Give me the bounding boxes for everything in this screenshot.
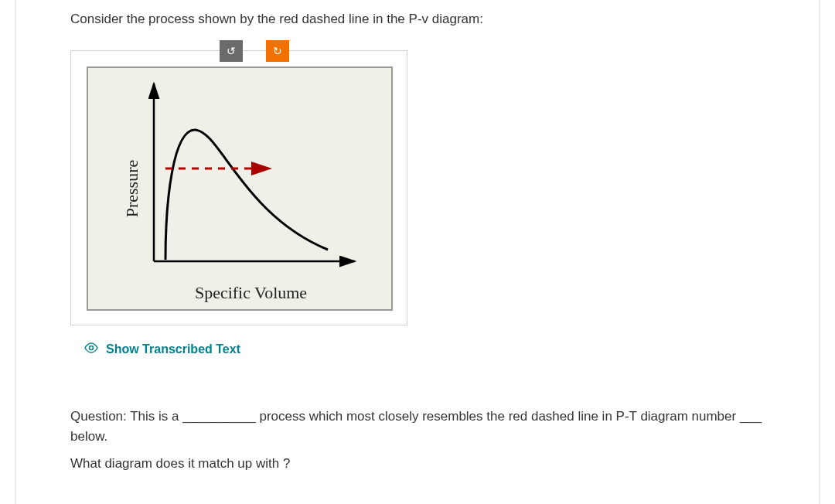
- content-wrapper: Consider the process shown by the red da…: [15, 0, 820, 504]
- rotate-cw-icon: ↻: [273, 45, 282, 57]
- svg-point-0: [90, 346, 94, 350]
- chart-inner: Pressure: [88, 68, 391, 309]
- rotate-buttons: ↺ ↻: [220, 40, 289, 62]
- pv-diagram-image: Pressure: [87, 66, 393, 311]
- question-line-1: Question: This is a __________ process w…: [70, 407, 765, 446]
- question-line-2: What diagram does it match up with ?: [70, 454, 765, 474]
- question-block: Question: This is a __________ process w…: [70, 407, 765, 474]
- rotate-ccw-icon: ↺: [227, 45, 236, 57]
- diagram-container: ↺ ↻ Pressure: [70, 50, 407, 325]
- show-transcribed-button[interactable]: Show Transcribed Text: [84, 342, 765, 356]
- chart-svg: [135, 76, 366, 277]
- intro-text: Consider the process shown by the red da…: [70, 12, 765, 27]
- eye-icon: [84, 342, 98, 356]
- saturation-dome-curve: [165, 130, 328, 260]
- x-axis-label: Specific Volume: [195, 283, 307, 303]
- rotate-cw-button[interactable]: ↻: [266, 40, 289, 62]
- show-transcribed-label: Show Transcribed Text: [106, 342, 240, 356]
- rotate-ccw-button[interactable]: ↺: [220, 40, 243, 62]
